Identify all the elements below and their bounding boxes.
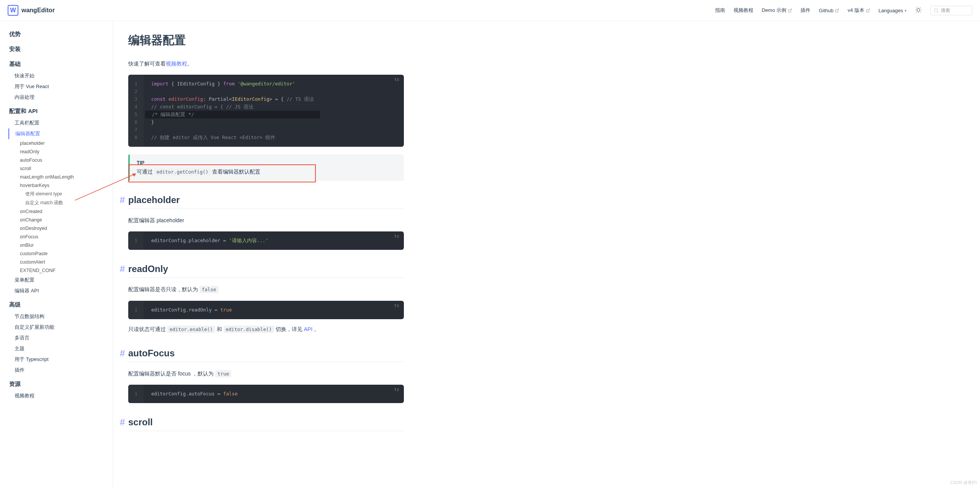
- sidebar-sub-placeholder[interactable]: placeholder: [9, 139, 113, 148]
- external-link-icon: [866, 8, 870, 13]
- external-link-icon: [788, 8, 792, 13]
- code-content: editorConfig.placeholder = '请输入内容...': [145, 231, 274, 250]
- brand-name: wangEditor: [21, 7, 55, 14]
- nav-demo[interactable]: Demo 示例: [762, 7, 792, 14]
- sidebar-sub-onfocus[interactable]: onFocus: [9, 233, 113, 241]
- sidebar-group-resources[interactable]: 资源: [9, 378, 113, 390]
- svg-point-12: [934, 8, 938, 12]
- line-numbers: 1: [128, 231, 144, 250]
- primary-nav: 指南 视频教程 Demo 示例 插件 Github v4 版本 Language…: [715, 6, 972, 15]
- sidebar-item-editor-config[interactable]: 编辑器配置: [8, 128, 113, 139]
- sidebar-item-vuereact[interactable]: 用于 Vue React: [9, 81, 113, 92]
- readonly-desc: 配置编辑器是否只读，默认为 false: [128, 285, 404, 294]
- search-placeholder: 搜索: [941, 7, 950, 14]
- sun-icon: [915, 7, 922, 13]
- section-readonly: #readOnly: [128, 264, 404, 278]
- sidebar-item-plugins[interactable]: 插件: [9, 365, 113, 375]
- sidebar-sub-onchange[interactable]: onChange: [9, 216, 113, 224]
- search-icon: [934, 8, 939, 13]
- svg-line-6: [916, 8, 916, 8]
- svg-line-10: [916, 11, 916, 12]
- search-input[interactable]: 搜索: [930, 6, 972, 15]
- sidebar-sub-extendconf[interactable]: EXTEND_CONF: [9, 266, 113, 275]
- anchor-hash[interactable]: #: [120, 195, 125, 205]
- line-numbers: 12345678: [128, 75, 144, 147]
- brand-logo[interactable]: W wangEditor: [8, 5, 55, 16]
- section-placeholder: #placeholder: [128, 195, 404, 209]
- sidebar-group-config-api[interactable]: 配置和 API: [9, 105, 113, 118]
- placeholder-desc: 配置编辑器 placeholder: [128, 216, 404, 225]
- sidebar-sub-customalert[interactable]: customAlert: [9, 258, 113, 266]
- sidebar-item-i18n[interactable]: 多语言: [9, 333, 113, 343]
- sidebar-sub2-elementtype[interactable]: 使用 element type: [9, 190, 113, 198]
- code-content: editorConfig.readOnly = true: [145, 301, 238, 319]
- logo-icon: W: [8, 5, 18, 16]
- svg-line-2: [867, 9, 869, 11]
- sidebar-sub-autofocus[interactable]: autoFocus: [9, 156, 113, 164]
- sidebar-item-menu[interactable]: 菜单配置: [9, 275, 113, 285]
- code-lang-badge: ts: [394, 303, 399, 308]
- sidebar-item-nodedata[interactable]: 节点数据结构: [9, 311, 113, 322]
- intro-video-link[interactable]: 视频教程: [166, 61, 187, 67]
- svg-line-11: [920, 8, 921, 8]
- svg-line-1: [837, 9, 839, 11]
- nav-github[interactable]: Github: [819, 8, 839, 13]
- sidebar-sub-onblur[interactable]: onBlur: [9, 241, 113, 249]
- autofocus-desc: 配置编辑器默认是否 focus ，默认为 true: [128, 369, 404, 379]
- code-lang-badge: ts: [394, 234, 399, 239]
- sidebar-sub-custompaste[interactable]: customPaste: [9, 249, 113, 258]
- anchor-hash[interactable]: #: [120, 264, 125, 274]
- code-content: import { IEditorConfig } from '@wangedit…: [145, 75, 320, 147]
- top-nav-bar: W wangEditor 指南 视频教程 Demo 示例 插件 Github v…: [0, 0, 980, 21]
- svg-point-3: [917, 8, 920, 11]
- sidebar-group-basic[interactable]: 基础: [9, 58, 113, 71]
- sidebar-item-typescript[interactable]: 用于 Typescript: [9, 354, 113, 365]
- sidebar-item-content[interactable]: 内容处理: [9, 92, 113, 103]
- readonly-note: 只读状态可通过 editor.enable() 和 editor.disable…: [128, 325, 404, 334]
- sidebar-group-advanced[interactable]: 高级: [9, 298, 113, 311]
- sidebar-sub-hoverbarkeys[interactable]: hoverbarKeys: [9, 181, 113, 190]
- sidebar-sub-ondestroyed[interactable]: onDestroyed: [9, 224, 113, 233]
- main-content: 编辑器配置 快速了解可查看视频教程。 ts 12345678 import { …: [113, 21, 419, 469]
- sidebar-group-install[interactable]: 安装: [9, 43, 113, 56]
- tip-label: TIP: [137, 160, 397, 166]
- page-title: 编辑器配置: [128, 33, 404, 48]
- code-block-import: ts 12345678 import { IEditorConfig } fro…: [128, 75, 404, 147]
- code-lang-badge: ts: [394, 77, 399, 82]
- sidebar-sub-maxlength[interactable]: maxLength onMaxLength: [9, 173, 113, 181]
- chevron-down-icon: ▾: [905, 8, 906, 13]
- nav-v4[interactable]: v4 版本: [848, 7, 870, 14]
- api-link[interactable]: API: [304, 326, 313, 332]
- sidebar-sub-scroll[interactable]: scroll: [9, 164, 113, 173]
- nav-languages[interactable]: Languages▾: [879, 8, 906, 13]
- sidebar-sub-oncreated[interactable]: onCreated: [9, 207, 113, 216]
- sidebar-item-toolbar[interactable]: 工具栏配置: [9, 118, 113, 128]
- code-block-autofocus: ts 1 editorConfig.autoFocus = false: [128, 385, 404, 403]
- sidebar[interactable]: 优势 安装 基础 快速开始 用于 Vue React 内容处理 配置和 API …: [0, 21, 113, 469]
- code-block-readonly: ts 1 editorConfig.readOnly = true: [128, 301, 404, 319]
- anchor-hash[interactable]: #: [120, 417, 125, 428]
- theme-toggle[interactable]: [915, 7, 922, 15]
- tip-body: 可通过 editor.getConfig() 查看编辑器默认配置: [137, 169, 397, 175]
- section-autofocus: #autoFocus: [128, 348, 404, 362]
- sidebar-item-extend[interactable]: 自定义扩展新功能: [9, 322, 113, 333]
- sidebar-item-theme[interactable]: 主题: [9, 343, 113, 354]
- sidebar-sub2-matchfn[interactable]: 自定义 match 函数: [9, 198, 113, 207]
- sidebar-group-advantage[interactable]: 优势: [9, 28, 113, 41]
- nav-plugin[interactable]: 插件: [800, 7, 810, 14]
- line-numbers: 1: [128, 301, 144, 319]
- sidebar-item-quickstart[interactable]: 快速开始: [9, 71, 113, 81]
- external-link-icon: [835, 8, 839, 13]
- code-block-placeholder: ts 1 editorConfig.placeholder = '请输入内容..…: [128, 231, 404, 250]
- sidebar-sub-readonly[interactable]: readOnly: [9, 148, 113, 156]
- sidebar-item-editor-api[interactable]: 编辑器 API: [9, 285, 113, 296]
- svg-line-13: [937, 11, 938, 12]
- intro-paragraph: 快速了解可查看视频教程。: [128, 59, 404, 69]
- anchor-hash[interactable]: #: [120, 348, 125, 359]
- nav-guide[interactable]: 指南: [715, 7, 725, 14]
- sidebar-item-video[interactable]: 视频教程: [9, 390, 113, 401]
- code-content: editorConfig.autoFocus = false: [145, 385, 244, 403]
- nav-video[interactable]: 视频教程: [733, 7, 753, 14]
- line-numbers: 1: [128, 385, 144, 403]
- svg-line-7: [920, 11, 921, 12]
